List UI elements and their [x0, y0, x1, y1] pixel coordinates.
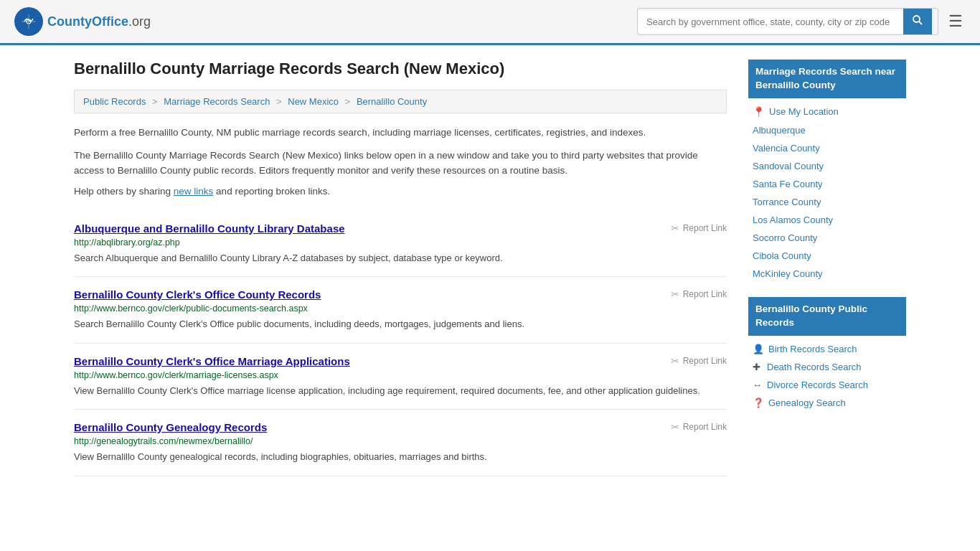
sidebar-public-records-heading: Bernalillo County Public Records [748, 297, 906, 336]
sidebar-nearby-link-3[interactable]: Santa Fe County [753, 179, 823, 189]
pub-icon-2: ↔ [753, 380, 763, 390]
report-link-3[interactable]: ✂ Report Link [671, 421, 727, 433]
sidebar: Marriage Records Search near Bernalillo … [748, 60, 906, 476]
result-header: Bernalillo County Genealogy Records ✂ Re… [74, 421, 727, 433]
report-icon-3: ✂ [671, 421, 679, 433]
search-bar [637, 8, 938, 35]
breadcrumb: Public Records > Marriage Records Search… [74, 90, 727, 113]
sidebar-nearby-link-4[interactable]: Torrance County [753, 197, 821, 207]
pin-icon: 📍 [753, 106, 765, 118]
sidebar-nearby-link-6[interactable]: Socorro County [753, 232, 817, 243]
sidebar-nearby-item-0[interactable]: Albuquerque [748, 121, 906, 139]
sidebar-pub-item-2[interactable]: ↔ Divorce Records Search [748, 376, 906, 394]
sidebar-nearby-link-0[interactable]: Albuquerque [753, 125, 806, 136]
sidebar-pub-link-2[interactable]: Divorce Records Search [767, 380, 868, 390]
sidebar-public-records-section: Bernalillo County Public Records 👤 Birth… [748, 297, 906, 412]
sidebar-nearby-item-5[interactable]: Los Alamos County [748, 211, 906, 229]
content-area: Bernalillo County Marriage Records Searc… [74, 60, 727, 476]
new-links-link[interactable]: new links [174, 186, 214, 197]
sidebar-nearby-item-7[interactable]: Cibola County [748, 247, 906, 265]
result-item: Bernalillo County Genealogy Records ✂ Re… [74, 410, 727, 476]
logo-area: CountyOffice.org [14, 7, 151, 36]
header-right: ☰ [637, 8, 966, 35]
result-url-3: http://genealogytrails.com/newmex/bernal… [74, 436, 727, 446]
sidebar-nearby-heading: Marriage Records Search near Bernalillo … [748, 60, 906, 98]
result-url-1: http://www.bernco.gov/clerk/public-docum… [74, 303, 727, 314]
result-desc-3: View Bernalillo County genealogical reco… [74, 450, 727, 464]
result-title: Albuquerque and Bernalillo County Librar… [74, 222, 345, 235]
result-item: Bernalillo County Clerk's Office County … [74, 277, 727, 344]
sidebar-nearby-item-4[interactable]: Torrance County [748, 193, 906, 211]
page-title: Bernalillo County Marriage Records Searc… [74, 60, 727, 78]
sidebar-nearby-item-8[interactable]: McKinley County [748, 265, 906, 283]
sidebar-nearby-link-5[interactable]: Los Alamos County [753, 215, 833, 225]
breadcrumb-sep-1: > [152, 96, 160, 107]
report-icon-0: ✂ [671, 222, 679, 234]
result-link-2[interactable]: Bernalillo County Clerk's Office Marriag… [74, 355, 350, 367]
breadcrumb-sep-3: > [345, 96, 353, 107]
breadcrumb-bernalillo[interactable]: Bernalillo County [357, 96, 427, 107]
pub-icon-0: 👤 [753, 344, 764, 354]
hamburger-menu-button[interactable]: ☰ [946, 9, 966, 34]
result-link-0[interactable]: Albuquerque and Bernalillo County Librar… [74, 222, 345, 235]
sidebar-pub-link-0[interactable]: Birth Records Search [768, 344, 857, 354]
sidebar-nearby-list: AlbuquerqueValencia CountySandoval Count… [748, 121, 906, 283]
use-my-location-item[interactable]: 📍 Use My Location [748, 103, 906, 121]
sidebar-pub-link-3[interactable]: Genealogy Search [768, 397, 846, 408]
breadcrumb-new-mexico[interactable]: New Mexico [288, 96, 339, 107]
search-input[interactable] [638, 11, 903, 33]
pub-icon-3: ❓ [753, 397, 764, 408]
result-title: Bernalillo County Genealogy Records [74, 421, 267, 433]
sidebar-public-list: 👤 Birth Records Search ✚ Death Records S… [748, 340, 906, 412]
use-my-location-link[interactable]: Use My Location [769, 106, 839, 117]
result-desc-1: Search Bernalillo County Clerk's Office … [74, 317, 727, 331]
help-text: Help others by sharing new links and rep… [74, 186, 727, 197]
result-header: Bernalillo County Clerk's Office Marriag… [74, 355, 727, 367]
result-title: Bernalillo County Clerk's Office County … [74, 288, 321, 301]
logo-text: CountyOffice.org [47, 14, 151, 29]
description-1: Perform a free Bernalillo County, NM pub… [74, 125, 727, 141]
logo-icon [14, 7, 43, 36]
pub-icon-1: ✚ [753, 362, 763, 372]
sidebar-pub-item-3[interactable]: ❓ Genealogy Search [748, 394, 906, 412]
sidebar-nearby-link-8[interactable]: McKinley County [753, 268, 823, 279]
sidebar-nearby-link-1[interactable]: Valencia County [753, 143, 820, 154]
report-icon-2: ✂ [671, 355, 679, 367]
sidebar-nearby-link-7[interactable]: Cibola County [753, 250, 811, 261]
site-header: CountyOffice.org ☰ [0, 0, 980, 45]
sidebar-pub-item-0[interactable]: 👤 Birth Records Search [748, 340, 906, 358]
report-icon-1: ✂ [671, 288, 679, 300]
result-title: Bernalillo County Clerk's Office Marriag… [74, 355, 350, 367]
result-url-2: http://www.bernco.gov/clerk/marriage-lic… [74, 370, 727, 380]
sidebar-nearby-item-3[interactable]: Santa Fe County [748, 175, 906, 193]
description-2: The Bernalillo County Marriage Records S… [74, 148, 727, 179]
result-header: Bernalillo County Clerk's Office County … [74, 288, 727, 301]
sidebar-nearby-item-2[interactable]: Sandoval County [748, 157, 906, 175]
sidebar-nearby-item-1[interactable]: Valencia County [748, 139, 906, 157]
sidebar-pub-item-1[interactable]: ✚ Death Records Search [748, 358, 906, 376]
sidebar-nearby-link-2[interactable]: Sandoval County [753, 161, 824, 171]
result-url-0: http://abqlibrary.org/az.php [74, 237, 727, 248]
report-link-1[interactable]: ✂ Report Link [671, 288, 727, 300]
sidebar-nearby-item-6[interactable]: Socorro County [748, 229, 906, 247]
result-item: Bernalillo County Clerk's Office Marriag… [74, 344, 727, 410]
result-desc-0: Search Albuquerque and Bernalillo County… [74, 251, 727, 265]
breadcrumb-public-records[interactable]: Public Records [83, 96, 146, 107]
results-container: Albuquerque and Bernalillo County Librar… [74, 211, 727, 476]
result-link-1[interactable]: Bernalillo County Clerk's Office County … [74, 288, 321, 301]
breadcrumb-marriage-records[interactable]: Marriage Records Search [164, 96, 270, 107]
svg-point-4 [913, 16, 920, 22]
report-link-2[interactable]: ✂ Report Link [671, 355, 727, 367]
main-container: Bernalillo County Marriage Records Searc… [60, 45, 920, 491]
result-item: Albuquerque and Bernalillo County Librar… [74, 211, 727, 278]
result-link-3[interactable]: Bernalillo County Genealogy Records [74, 421, 267, 433]
sidebar-pub-link-1[interactable]: Death Records Search [767, 362, 862, 372]
report-link-0[interactable]: ✂ Report Link [671, 222, 727, 234]
breadcrumb-sep-2: > [276, 96, 284, 107]
result-header: Albuquerque and Bernalillo County Librar… [74, 222, 727, 235]
search-button[interactable] [903, 9, 932, 34]
result-desc-2: View Bernalillo County Clerk's Office ma… [74, 384, 727, 398]
sidebar-nearby-section: Marriage Records Search near Bernalillo … [748, 60, 906, 283]
svg-line-5 [919, 22, 922, 24]
